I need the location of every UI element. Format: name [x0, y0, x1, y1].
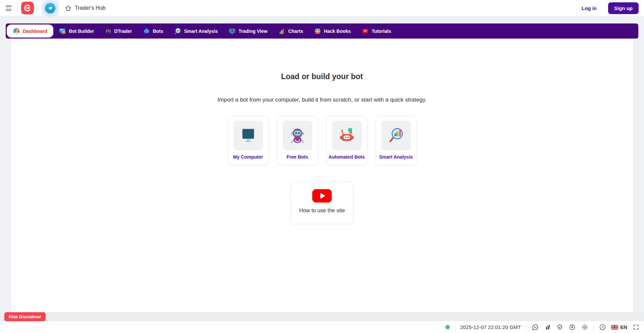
automated-bots-icon: [332, 121, 362, 150]
card-label: Free Bots: [286, 154, 308, 160]
youtube-play-icon: [312, 189, 332, 203]
free-bots-icon: [283, 121, 312, 150]
svg-text:$: $: [63, 31, 65, 34]
fullscreen-icon[interactable]: [632, 324, 640, 331]
home-icon[interactable]: [65, 5, 72, 12]
card-label: My Computer: [233, 154, 263, 160]
dashboard-gauge-icon: [13, 27, 20, 35]
panel-subtitle: Import a bot from your computer, build i…: [217, 97, 426, 103]
tab-label: Trading View: [238, 29, 267, 34]
tab-smart-analysis[interactable]: Smart Analysis: [169, 24, 223, 38]
footer-band: [0, 312, 644, 321]
robot-icon: [143, 27, 150, 35]
tab-label: Bots: [153, 29, 163, 34]
divider: [593, 324, 594, 331]
whatsapp-icon[interactable]: [531, 324, 539, 331]
tab-bot-builder[interactable]: $ Bot Builder: [53, 24, 99, 38]
page-title: Trader's Hub: [75, 5, 105, 11]
tab-charts[interactable]: Charts: [273, 24, 308, 38]
youtube-play-icon: [362, 27, 369, 35]
login-button[interactable]: Log in: [582, 5, 597, 11]
books-icon: [314, 27, 321, 35]
video-card-label: How to use the site: [299, 208, 345, 214]
tab-hack-books[interactable]: Hack Books: [309, 24, 356, 38]
divider: [17, 0, 18, 16]
tab-tutorials[interactable]: Tutorials: [356, 24, 396, 38]
server-datetime: 2025-12-07 22:01:20 GMT: [460, 324, 521, 330]
telegram-link[interactable]: [41, 0, 59, 16]
tab-bots[interactable]: Bots: [138, 24, 169, 38]
brand-e-icon: [23, 4, 32, 12]
tab-dtrader[interactable]: DTrader: [100, 24, 138, 38]
card-free-bots[interactable]: Free Bots: [277, 116, 318, 165]
magnifier-chart-icon: [174, 27, 181, 35]
divider: [455, 324, 455, 331]
card-label: Automated Bots: [328, 154, 365, 160]
tab-label: Tutorials: [372, 29, 391, 34]
dtrader-candles-icon: [105, 27, 112, 35]
language-code: EN: [620, 324, 627, 330]
card-label: Smart Analysis: [379, 154, 413, 160]
online-status-dot: [445, 325, 450, 329]
signup-button[interactable]: Sign up: [608, 2, 639, 14]
tab-trading-view[interactable]: Trading View: [223, 24, 273, 38]
dashboard-panel: Load or build your bot Import a bot from…: [11, 39, 633, 312]
quick-start-cards: My Computer Free Bots: [228, 116, 417, 165]
card-automated-bots[interactable]: Automated Bots: [326, 116, 367, 165]
divider: [526, 324, 526, 331]
how-to-video-card[interactable]: How to use the site: [290, 181, 354, 224]
theme-sun-icon[interactable]: [581, 324, 588, 331]
trading-view-icon: [228, 27, 236, 35]
svg-text:?: ?: [601, 325, 603, 329]
gauge-icon[interactable]: [569, 324, 576, 331]
telegram-icon: [45, 3, 55, 13]
shield-check-icon[interactable]: [556, 324, 564, 331]
card-smart-analysis[interactable]: Smart Analysis: [376, 116, 417, 165]
risk-disclaimer-button[interactable]: Risk Disclaimer: [4, 312, 46, 321]
tab-label: Bot Builder: [69, 29, 94, 34]
bar-chart-icon: [278, 27, 285, 35]
tab-label: Hack Books: [324, 29, 351, 34]
deriv-icon[interactable]: d: [544, 324, 551, 331]
help-icon[interactable]: ?: [599, 324, 606, 331]
panel-title: Load or build your bot: [281, 72, 363, 81]
smart-analysis-icon: [381, 121, 411, 150]
tab-dashboard[interactable]: Dashboard: [7, 24, 53, 38]
status-bar: 2025-12-07 22:01:20 GMT d: [0, 321, 644, 333]
bot-builder-icon: $: [59, 27, 66, 35]
main-nav: Dashboard $ Bot Builder: [6, 23, 638, 39]
tab-label: Smart Analysis: [184, 29, 218, 34]
hamburger-menu-icon[interactable]: [3, 2, 14, 14]
uk-flag-icon: [611, 325, 618, 330]
top-header: Trader's Hub Log in Sign up: [0, 0, 644, 16]
card-my-computer[interactable]: My Computer: [228, 116, 269, 165]
app-logo[interactable]: [21, 2, 34, 14]
tab-label: DTrader: [114, 29, 132, 34]
language-selector[interactable]: EN: [611, 324, 627, 330]
tab-label: Dashboard: [23, 29, 47, 34]
tab-label: Charts: [288, 29, 303, 34]
my-computer-icon: [233, 121, 263, 150]
